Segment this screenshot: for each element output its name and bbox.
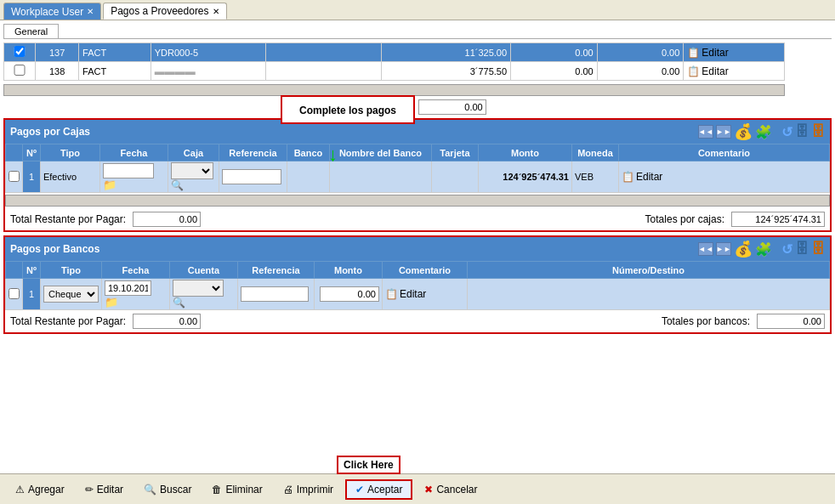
bancos-row-tipo[interactable]: Cheque — [40, 279, 101, 310]
col-rownum-bancos: Nº — [23, 262, 41, 279]
agregar-button[interactable]: ⚠ Agregar — [7, 481, 73, 498]
editar-icon-bancos: 📋 — [385, 288, 398, 300]
col-banco-cajas: Banco — [287, 144, 329, 161]
db1-icon-cajas[interactable]: 🗄 — [795, 124, 809, 139]
row-checkbox-1[interactable] — [8, 46, 31, 57]
imprimir-button[interactable]: 🖨 Imprimir — [275, 481, 342, 498]
aceptar-button[interactable]: ✔ Aceptar — [345, 479, 412, 500]
db2-icon-cajas[interactable]: 🗄 — [811, 124, 825, 139]
nav-right-icon-bancos[interactable]: ►► — [716, 242, 731, 256]
bancos-total-restante-input[interactable] — [133, 314, 201, 329]
row-ref-1: YDR000-5 — [151, 43, 265, 62]
row-checkbox-2[interactable] — [8, 65, 31, 76]
col-check-bancos — [6, 262, 23, 279]
agregar-icon: ⚠ — [15, 484, 25, 496]
tab-pagos-proveedores-label: Pagos a Proveedores — [111, 5, 208, 17]
add-green-icon-bancos[interactable]: 💰 — [734, 240, 753, 258]
cajas-scrollbar[interactable] — [5, 195, 830, 207]
bancos-row-fecha[interactable]: 📁 — [101, 279, 169, 310]
cajas-totales-input[interactable] — [731, 212, 825, 227]
tab-bar: Workplace User ✕ Pagos a Proveedores ✕ — [0, 0, 835, 20]
tab-pagos-proveedores[interactable]: Pagos a Proveedores ✕ — [103, 3, 226, 20]
buscar-button[interactable]: 🔍 Buscar — [135, 481, 200, 498]
bancos-checkbox-1[interactable] — [9, 288, 20, 299]
refresh-icon-bancos[interactable]: ↺ — [781, 241, 792, 258]
row-type-1: FACT — [79, 43, 151, 62]
col-tarjeta-cajas: Tarjeta — [431, 144, 478, 161]
folder-icon-cajas[interactable]: 📁 — [103, 178, 116, 191]
bancos-totales-input[interactable] — [757, 314, 825, 329]
pagos-cajas-section: Pagos por Cajas ◄◄ ►► 💰 🧩 ↺ 🗄 🗄 Nº Ti — [3, 118, 832, 232]
bancos-monto-input[interactable] — [320, 286, 379, 302]
bancos-row-editar[interactable]: 📋 Editar — [382, 279, 467, 310]
col-cuenta-bancos: Cuenta — [169, 262, 237, 279]
db1-icon-bancos[interactable]: 🗄 — [795, 241, 809, 257]
bancos-data-row[interactable]: 1 Cheque 📁 🔍 — [6, 279, 830, 310]
bancos-row-monto[interactable] — [314, 279, 382, 310]
bancos-row-cuenta[interactable]: 🔍 — [169, 279, 237, 310]
total-patente-row: Total Patente: — [3, 99, 832, 115]
cancelar-icon: ✖ — [424, 484, 433, 496]
invoice-section: 137 FACT YDR000-5 11´325.00 0.00 0.00 📋E… — [3, 42, 832, 81]
cajas-total-restante-input[interactable] — [133, 212, 201, 227]
pagos-bancos-header: Pagos por Bancos ◄◄ ►► 💰 🧩 ↺ 🗄 🗄 — [5, 237, 830, 261]
refresh-icon-cajas[interactable]: ↺ — [781, 124, 792, 140]
tab-pagos-proveedores-close[interactable]: ✕ — [213, 7, 219, 16]
eliminar-button[interactable]: 🗑 Eliminar — [203, 481, 270, 498]
col-moneda-cajas: Moneda — [571, 144, 618, 161]
cajas-row-num: 1 — [23, 161, 41, 193]
bancos-row-ref[interactable] — [237, 279, 314, 310]
row-editar-2[interactable]: 📋Editar — [684, 62, 785, 81]
nav-right-icon-cajas[interactable]: ►► — [716, 125, 731, 139]
add-green-icon-cajas[interactable]: 💰 — [734, 122, 753, 141]
total-patente-input[interactable] — [418, 99, 486, 115]
db2-icon-bancos[interactable]: 🗄 — [811, 241, 825, 257]
complete-pagos-box: Complete los pagos — [281, 95, 415, 124]
cajas-total-restante-label: Total Restante por Pagar: — [10, 213, 126, 225]
cajas-totales-right: Totales por cajas: — [645, 212, 825, 227]
row-zero1-1: 0.00 — [511, 43, 598, 62]
bancos-ref-input[interactable] — [241, 286, 309, 302]
bancos-row-numero-destino — [467, 279, 829, 310]
puzzle-icon-bancos[interactable]: 🧩 — [755, 241, 772, 258]
tab-workplace-user-close[interactable]: ✕ — [87, 7, 94, 16]
eliminar-icon: 🗑 — [212, 484, 222, 496]
bancos-fecha-input[interactable] — [105, 280, 151, 296]
invoice-scrollbar[interactable] — [3, 84, 785, 96]
imprimir-icon: 🖨 — [283, 484, 293, 496]
cajas-data-row[interactable]: 1 Efectivo 📁 🔍 124´925´474.31 VEB — [6, 161, 830, 193]
row-editar-1[interactable]: 📋Editar — [684, 43, 785, 62]
col-comentario-bancos: Comentario — [382, 262, 467, 279]
cancelar-button[interactable]: ✖ Cancelar — [416, 481, 486, 498]
pagos-bancos-toolbar: ◄◄ ►► 💰 🧩 ↺ 🗄 🗄 — [698, 240, 825, 258]
cajas-fecha-input[interactable] — [103, 163, 154, 178]
pagos-bancos-section: Pagos por Bancos ◄◄ ►► 💰 🧩 ↺ 🗄 🗄 Nº T — [3, 235, 832, 334]
cajas-ref-input[interactable] — [222, 169, 281, 184]
search-icon-bancos[interactable]: 🔍 — [173, 297, 185, 309]
pagos-cajas-toolbar: ◄◄ ►► 💰 🧩 ↺ 🗄 🗄 — [698, 122, 825, 141]
editar-button[interactable]: ✏ Editar — [77, 481, 132, 498]
nav-left-icon-bancos[interactable]: ◄◄ — [698, 242, 713, 256]
table-row[interactable]: 137 FACT YDR000-5 11´325.00 0.00 0.00 📋E… — [4, 43, 785, 62]
nav-left-icon-cajas[interactable]: ◄◄ — [698, 125, 713, 139]
cajas-checkbox-1[interactable] — [9, 171, 20, 182]
cajas-row-caja[interactable]: 🔍 — [168, 161, 219, 193]
tab-workplace-user[interactable]: Workplace User ✕ — [3, 3, 101, 20]
cajas-row-ref[interactable] — [219, 161, 287, 193]
aceptar-icon: ✔ — [355, 484, 364, 496]
row-amount-1: 11´325.00 — [381, 43, 510, 62]
cajas-row-moneda: VEB — [571, 161, 618, 193]
cajas-caja-select[interactable] — [171, 162, 213, 179]
general-tab[interactable]: General — [3, 24, 59, 38]
pagos-cajas-header: Pagos por Cajas ◄◄ ►► 💰 🧩 ↺ 🗄 🗄 — [5, 120, 830, 144]
pagos-cajas-header-row: Nº Tipo Fecha Caja Referencia Banco Nomb… — [6, 144, 830, 161]
search-icon-cajas[interactable]: 🔍 — [171, 179, 184, 191]
bancos-tipo-select[interactable]: Cheque — [43, 286, 99, 303]
folder-icon-bancos[interactable]: 📁 — [105, 296, 118, 309]
cajas-row-tarjeta — [431, 161, 478, 193]
cajas-row-editar[interactable]: 📋 Editar — [618, 161, 829, 193]
bancos-cuenta-select[interactable] — [173, 280, 224, 297]
table-row[interactable]: 138 FACT ▬▬▬▬ 3´775.50 0.00 0.00 📋Editar — [4, 62, 785, 81]
cajas-row-fecha[interactable]: 📁 — [99, 161, 168, 193]
puzzle-icon-cajas[interactable]: 🧩 — [755, 124, 772, 140]
